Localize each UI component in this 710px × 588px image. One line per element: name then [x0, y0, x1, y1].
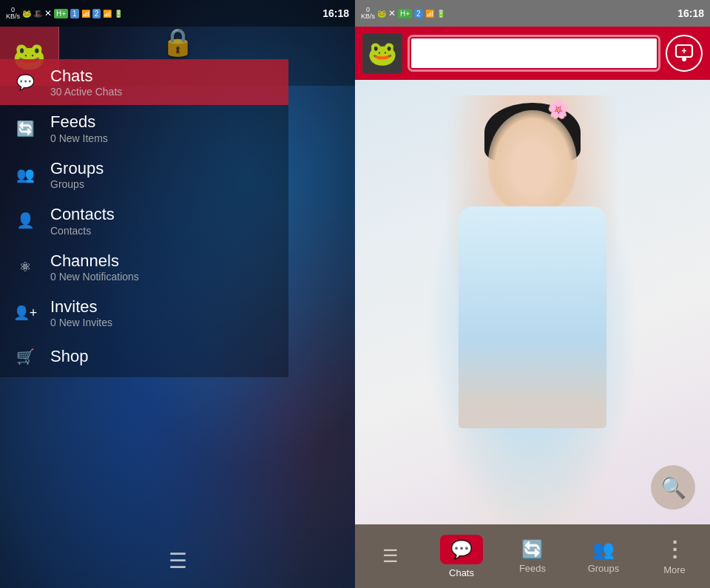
channels-label: Channels: [50, 251, 139, 271]
feeds-nav-icon-wrap: 🔄: [521, 539, 544, 560]
status-right-icons: 0 KB/s 🐸 ✕ H+ 2 📶 🔋: [361, 7, 445, 20]
hamburger-button-left[interactable]: ☰: [169, 549, 187, 573]
menu-item-chats[interactable]: 💬 Chats 30 Active Chats: [0, 59, 288, 105]
feeds-icon: 🔄: [12, 115, 38, 142]
shop-text: Shop: [50, 347, 88, 366]
chats-sublabel: 30 Active Chats: [50, 86, 122, 98]
more-nav-icon-wrap: ⋮: [664, 537, 685, 561]
nav-item-feeds[interactable]: 🔄 Feeds: [497, 539, 568, 574]
hamburger-nav-icon: ☰: [382, 546, 399, 567]
bbm-compose-button[interactable]: +: [666, 35, 703, 72]
kb-speed-right: 0 KB/s: [361, 7, 375, 20]
shop-icon: 🛒: [12, 343, 38, 370]
person-search-icon: 🔍: [660, 476, 686, 500]
search-circle-icon[interactable]: 🔍: [651, 465, 695, 510]
contacts-text: Contacts Contacts: [50, 205, 115, 236]
chats-nav-label: Chats: [449, 567, 474, 578]
sim2-icon: 2: [92, 9, 101, 18]
more-nav-label: More: [663, 564, 686, 575]
groups-nav-label: Groups: [588, 563, 620, 574]
kb-speed-left: 0 KB/s: [6, 7, 20, 20]
feeds-nav-label: Feeds: [519, 563, 546, 574]
status-time-right: 16:18: [677, 7, 704, 19]
girl-head: [488, 110, 577, 214]
search-input[interactable]: [410, 37, 658, 70]
groups-text: Groups Groups: [50, 159, 104, 190]
background-girl-figure: 🌸: [407, 95, 658, 524]
signal-left: 📶: [81, 10, 90, 18]
contacts-sublabel: Contacts: [50, 225, 115, 237]
feeds-sublabel: 0 New Items: [50, 132, 108, 144]
frog-avatar-right: 🐸: [368, 39, 397, 67]
chats-nav-icon-wrap: 💬: [440, 535, 483, 564]
feeds-label: Feeds: [50, 112, 108, 132]
main-content-right: 🌸 🔍: [355, 80, 710, 524]
status-bar-right: 0 KB/s 🐸 ✕ H+ 2 📶 🔋 16:18: [355, 0, 710, 27]
network-icon-right: ✕: [388, 8, 396, 18]
invites-icon: 👤+: [12, 300, 38, 326]
sim1-icon-right: 2: [414, 9, 423, 18]
invites-label: Invites: [50, 297, 112, 317]
left-panel: 0 KB/s 🐸 🎩 ✕ H+ 1 📶 2 📶 🔋 16:18 🐸 🔒 💬: [0, 0, 355, 588]
chats-label: Chats: [50, 67, 122, 86]
h-plus-icon-right: H+: [398, 9, 412, 18]
battery-left: 🔋: [114, 10, 123, 18]
girl-body: [459, 206, 606, 428]
status-bar-left: 0 KB/s 🐸 🎩 ✕ H+ 1 📶 2 📶 🔋 16:18: [0, 0, 355, 27]
channels-text: Channels 0 New Notifications: [50, 251, 139, 283]
emoji2-icon-left: 🎩: [33, 10, 42, 18]
feeds-text: Feeds 0 New Items: [50, 112, 108, 143]
chats-icon: 💬: [12, 69, 38, 95]
menu-item-feeds[interactable]: 🔄 Feeds 0 New Items: [0, 105, 288, 151]
menu-item-invites[interactable]: 👤+ Invites 0 New Invites: [0, 290, 288, 336]
menu-item-contacts[interactable]: 👤 Contacts Contacts: [0, 197, 288, 243]
network-icon-left: ✕: [44, 8, 52, 18]
channels-icon: ⚛: [12, 254, 38, 280]
signal2-left: 📶: [103, 10, 112, 18]
h-plus-icon: H+: [54, 9, 68, 18]
invites-sublabel: 0 New Invites: [50, 317, 112, 328]
groups-nav-icon-wrap: 👥: [592, 539, 615, 560]
bottom-nav-right: ☰ 💬 Chats 🔄 Feeds 👥 Groups ⋮: [355, 524, 710, 588]
more-nav-icon: ⋮: [664, 537, 685, 561]
header-bar-right: 🐸 +: [355, 27, 710, 80]
sim1-icon: 1: [70, 9, 79, 18]
hamburger-icon-wrap: ☰: [382, 546, 399, 567]
channels-sublabel: 0 New Notifications: [50, 271, 139, 283]
menu-item-channels[interactable]: ⚛ Channels 0 New Notifications: [0, 244, 288, 290]
compose-icon: +: [674, 43, 694, 64]
status-left-icons: 0 KB/s 🐸 🎩 ✕ H+ 1 📶 2 📶 🔋: [6, 7, 123, 20]
svg-text:+: +: [681, 46, 686, 56]
shop-label: Shop: [50, 347, 88, 366]
signal-right: 📶: [425, 10, 434, 18]
chats-nav-icon: 💬: [450, 539, 473, 560]
contacts-icon: 👤: [12, 207, 38, 234]
groups-sublabel: Groups: [50, 178, 104, 190]
contacts-label: Contacts: [50, 205, 115, 224]
groups-icon: 👥: [12, 161, 38, 188]
menu-item-shop[interactable]: 🛒 Shop: [0, 336, 288, 377]
right-panel: 0 KB/s 🐸 ✕ H+ 2 📶 🔋 16:18 🐸 +: [355, 0, 710, 588]
invites-text: Invites 0 New Invites: [50, 297, 112, 328]
emoji-icon-left: 🐸: [22, 10, 31, 18]
side-menu: 💬 Chats 30 Active Chats 🔄 Feeds 0 New It…: [0, 59, 288, 377]
groups-label: Groups: [50, 159, 104, 178]
nav-item-chats[interactable]: 💬 Chats: [426, 535, 497, 578]
nav-item-groups[interactable]: 👥 Groups: [568, 539, 639, 574]
chats-text: Chats 30 Active Chats: [50, 67, 122, 98]
menu-item-groups[interactable]: 👥 Groups Groups: [0, 152, 288, 197]
nav-item-more[interactable]: ⋮ More: [639, 537, 710, 575]
groups-nav-icon: 👥: [592, 539, 615, 560]
emoji-icon-right: 🐸: [377, 10, 386, 18]
feeds-nav-icon: 🔄: [521, 539, 544, 560]
nav-item-hamburger[interactable]: ☰: [355, 546, 426, 567]
battery-right: 🔋: [436, 10, 445, 18]
status-time-left: 16:18: [322, 7, 349, 19]
header-avatar[interactable]: 🐸: [362, 33, 402, 73]
